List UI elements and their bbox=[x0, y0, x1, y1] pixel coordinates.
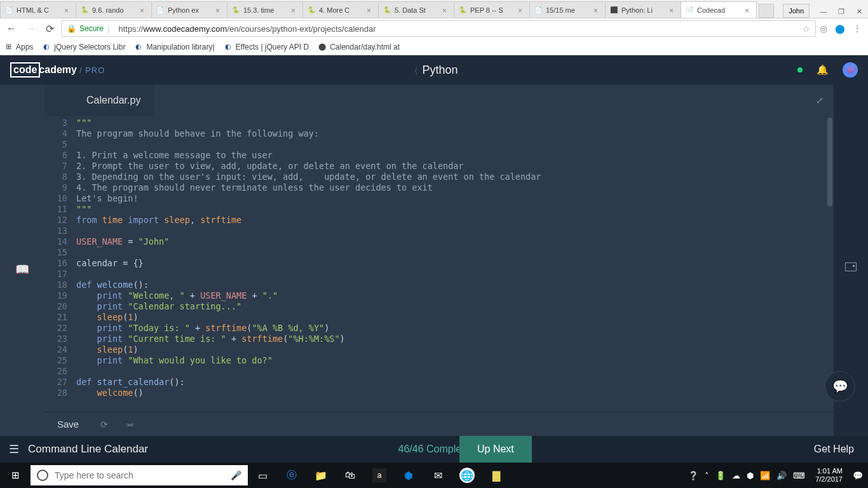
terminal-icon[interactable] bbox=[845, 262, 857, 271]
tab-title: HTML & C bbox=[17, 6, 62, 14]
apps-icon: ⊞ bbox=[4, 43, 13, 51]
app-footer: ☰ Command Line Calendar 46/46 Complete U… bbox=[0, 436, 868, 463]
browser-tab[interactable]: 🐍15.3. time× bbox=[227, 1, 303, 18]
bookmark-item[interactable]: ◐Manipulation library| bbox=[134, 43, 214, 51]
logo[interactable]: code cademy / PRO bbox=[10, 62, 105, 78]
chrome-icon[interactable]: 🌐 bbox=[459, 468, 475, 483]
logo-box: code bbox=[10, 62, 40, 78]
refresh-icon[interactable]: ⟳ bbox=[92, 419, 117, 430]
tab-close-icon[interactable]: × bbox=[64, 6, 72, 14]
line-gutter: 34567891011121314151617▾1819202122232425… bbox=[44, 116, 72, 412]
clock[interactable]: 1:01 AM 7/2/2017 bbox=[811, 467, 846, 484]
battery-icon[interactable]: 🔋 bbox=[715, 471, 726, 480]
forward-button[interactable]: → bbox=[23, 21, 38, 36]
tab-title: Codecad bbox=[697, 6, 743, 14]
mic-icon[interactable]: 🎤 bbox=[231, 470, 241, 480]
bookmark-item[interactable]: ◐Effects | jQuery API D bbox=[224, 43, 309, 51]
tab-close-icon[interactable]: × bbox=[518, 6, 526, 14]
reload-button[interactable]: ⟳ bbox=[42, 21, 57, 36]
bell-icon[interactable]: 🔔 bbox=[817, 64, 829, 76]
star-icon[interactable]: ☆ bbox=[803, 24, 810, 34]
extension-icon[interactable]: ◎ bbox=[820, 24, 827, 34]
browser-tab[interactable]: 🐍5. Data St× bbox=[378, 1, 454, 18]
bookmark-item[interactable]: ⬤Calendar/day.html at bbox=[318, 43, 400, 51]
wifi-icon[interactable]: 📶 bbox=[760, 471, 770, 480]
avatar[interactable]: 👾 bbox=[843, 62, 858, 78]
file-tab[interactable]: Calendar.py bbox=[72, 85, 154, 116]
tray-chevron-icon[interactable]: ˄ bbox=[705, 471, 709, 480]
up-next-button[interactable]: Up Next bbox=[459, 436, 532, 463]
favicon: 📄 bbox=[4, 6, 13, 15]
clock-time: 1:01 AM bbox=[815, 467, 843, 475]
get-help-button[interactable]: Get Help bbox=[800, 444, 868, 455]
code-editor[interactable]: 34567891011121314151617▾1819202122232425… bbox=[44, 116, 834, 412]
status-dot bbox=[797, 67, 803, 72]
notes-icon[interactable]: ▇ bbox=[482, 463, 511, 488]
dropbox-icon[interactable]: ⬢ bbox=[394, 463, 423, 488]
volume-icon[interactable]: 🔊 bbox=[776, 471, 787, 480]
tab-title: Python: Li bbox=[621, 6, 667, 14]
tab-title: 4. More C bbox=[319, 6, 365, 14]
minimize-icon[interactable]: — bbox=[815, 5, 832, 18]
store-icon[interactable]: 🛍 bbox=[336, 463, 365, 488]
tab-close-icon[interactable]: × bbox=[593, 6, 601, 14]
jquery-icon: ◐ bbox=[42, 43, 51, 51]
browser-tab[interactable]: 📄15/15 me× bbox=[529, 1, 606, 18]
tab-title: Python ex bbox=[168, 6, 214, 14]
lesson-title: Command Line Calendar bbox=[28, 443, 148, 456]
scrollbar[interactable] bbox=[827, 118, 832, 207]
tab-close-icon[interactable]: × bbox=[442, 6, 450, 14]
chevron-left-icon: 〈 bbox=[410, 66, 418, 76]
browser-tab[interactable]: 🐍4. More C× bbox=[302, 1, 379, 18]
clock-date: 7/2/2017 bbox=[815, 475, 843, 484]
mail-icon[interactable]: ✉ bbox=[423, 463, 452, 488]
dropbox-tray-icon[interactable]: ⬢ bbox=[747, 471, 754, 480]
tab-close-icon[interactable]: × bbox=[140, 6, 147, 14]
favicon: 📄 bbox=[534, 6, 543, 15]
amazon-icon[interactable]: a bbox=[372, 468, 386, 482]
course-name: Python bbox=[422, 64, 458, 76]
browser-tab[interactable]: 🐍PEP 8 -- S× bbox=[454, 1, 530, 18]
search-box[interactable]: Type here to search 🎤 bbox=[31, 465, 248, 485]
taskview-icon[interactable]: ▭ bbox=[248, 463, 277, 488]
chrome-user-badge[interactable]: John bbox=[783, 4, 810, 18]
book-icon[interactable]: 📖 bbox=[15, 262, 29, 276]
share-icon[interactable]: ⫘ bbox=[117, 419, 142, 430]
code-area[interactable]: """The program should behave in the foll… bbox=[72, 116, 834, 412]
close-icon[interactable]: ✕ bbox=[850, 5, 868, 18]
restore-icon[interactable]: ❐ bbox=[832, 5, 850, 18]
bookmark-item[interactable]: ◐jQuery Selectors Libr bbox=[42, 43, 125, 51]
expand-icon[interactable]: ⤢ bbox=[806, 85, 834, 116]
tab-close-icon[interactable]: × bbox=[215, 6, 223, 14]
secure-indicator: 🔒Secure bbox=[67, 24, 104, 33]
new-tab-button[interactable] bbox=[759, 4, 774, 18]
notifications-icon[interactable]: 💬 bbox=[853, 471, 863, 480]
menu-icon[interactable]: ⋮ bbox=[853, 24, 862, 34]
back-button[interactable]: ← bbox=[4, 21, 19, 36]
browser-tab[interactable]: 🐍9.6. rando× bbox=[76, 1, 152, 18]
tab-close-icon[interactable]: × bbox=[745, 6, 752, 14]
save-button[interactable]: Save bbox=[44, 412, 92, 437]
header-breadcrumb[interactable]: 〈Python bbox=[410, 64, 458, 77]
chat-fab[interactable]: 💬 bbox=[825, 371, 855, 402]
browser-tab-active[interactable]: 📄Codecad× bbox=[681, 1, 757, 18]
onedrive-icon[interactable]: ☁ bbox=[732, 471, 740, 480]
keyboard-icon[interactable]: ⌨ bbox=[793, 471, 805, 480]
menu-icon[interactable]: ☰ bbox=[0, 442, 28, 456]
explorer-icon[interactable]: 📁 bbox=[306, 463, 336, 488]
browser-tab[interactable]: 📄Python ex× bbox=[151, 1, 227, 18]
start-button[interactable]: ⊞ bbox=[0, 463, 31, 488]
bookmark-apps[interactable]: ⊞Apps bbox=[4, 43, 33, 51]
tab-close-icon[interactable]: × bbox=[367, 6, 374, 14]
hp-icon[interactable]: ⬤ bbox=[835, 24, 845, 34]
help-icon[interactable]: ❔ bbox=[688, 471, 698, 480]
browser-tab[interactable]: ⬛Python: Li× bbox=[605, 1, 681, 18]
favicon: 🐍 bbox=[231, 6, 240, 15]
tab-title: 15/15 me bbox=[546, 6, 592, 14]
edge-icon[interactable]: ⓔ bbox=[277, 463, 306, 488]
browser-tab[interactable]: 📄HTML & C× bbox=[0, 1, 76, 18]
omnibox[interactable]: 🔒Secure | https://www.codecademy.com/en/… bbox=[61, 20, 816, 37]
tab-close-icon[interactable]: × bbox=[291, 6, 299, 14]
secure-label: Secure bbox=[79, 24, 104, 33]
tab-close-icon[interactable]: × bbox=[669, 6, 677, 14]
